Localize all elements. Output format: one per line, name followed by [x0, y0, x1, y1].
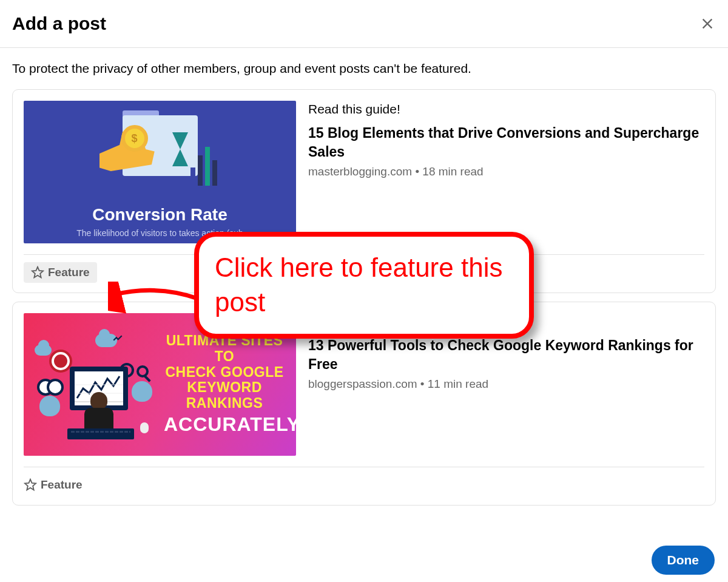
post-row: Conversion Rate The likelihood of visito…	[24, 101, 704, 243]
close-button[interactable]	[699, 15, 716, 32]
feature-button[interactable]: Feature	[24, 262, 97, 283]
modal-header: Add a post	[0, 0, 728, 48]
star-icon	[31, 266, 44, 279]
post-source: bloggerspassion.com • 11 min read	[308, 377, 704, 391]
privacy-notice: To protect the privacy of other members,…	[12, 61, 716, 76]
modal-footer: Done	[652, 546, 715, 575]
post-title[interactable]: 13 Powerful Tools to Check Google Keywor…	[308, 336, 704, 374]
annotation-callout: Click here to feature this post	[194, 232, 534, 339]
post-thumbnail[interactable]: Conversion Rate The likelihood of visito…	[24, 101, 296, 243]
feature-label: Feature	[41, 478, 83, 492]
thumbnail-illustration	[35, 330, 156, 439]
post-domain: bloggerspassion.com	[308, 377, 417, 390]
annotation-text: Click here to feature this post	[215, 252, 502, 317]
card-divider	[24, 467, 704, 467]
thumb-line-accent: ACCURATELY	[164, 414, 285, 436]
thumb-line: KEYWORD RANKINGS	[186, 379, 263, 411]
thumbnail-illustration	[93, 110, 227, 201]
post-source: masterblogging.com • 18 min read	[308, 165, 704, 178]
close-icon	[699, 15, 716, 32]
post-domain: masterblogging.com	[308, 165, 412, 178]
done-button[interactable]: Done	[652, 546, 715, 575]
feature-label: Feature	[48, 266, 90, 279]
post-readtime: 18 min read	[422, 165, 483, 178]
star-icon	[24, 478, 37, 492]
thumbnail-text: ULTIMATE SITES TO CHECK GOOGLE KEYWORD R…	[164, 333, 285, 436]
separator-dot: •	[415, 165, 422, 178]
thumb-line: CHECK GOOGLE	[165, 364, 283, 380]
post-readtime: 11 min read	[428, 377, 488, 390]
post-meta: Read this guide! 15 Blog Elements that D…	[308, 101, 704, 243]
add-post-modal: Add a post To protect the privacy of oth…	[0, 0, 728, 582]
separator-dot: •	[420, 377, 428, 390]
post-tagline: Read this guide!	[308, 102, 704, 117]
thumbnail-headline: Conversion Rate	[92, 205, 228, 225]
post-title[interactable]: 15 Blog Elements that Drive Conversions …	[308, 124, 704, 161]
modal-title: Add a post	[12, 13, 106, 34]
done-label: Done	[667, 553, 699, 567]
feature-button[interactable]: Feature	[24, 475, 83, 495]
